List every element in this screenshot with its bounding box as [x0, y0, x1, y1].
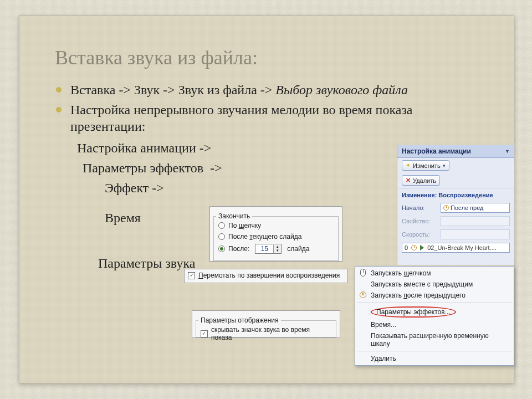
task-pane-dropdown-icon[interactable]: ▼	[505, 149, 510, 154]
radio-after-current-slide[interactable]: После текущего слайда	[214, 231, 338, 242]
task-pane-header: Настройка анимации ▼	[397, 145, 514, 158]
change-effect-button[interactable]: ✦ Изменить ▾	[402, 160, 449, 171]
speed-label: Скорость:	[402, 231, 441, 238]
menu-start-with-previous-label: Запускать вместе с предыдущим	[371, 280, 473, 288]
slides-spinner[interactable]: 15 ▲▼	[255, 244, 282, 254]
menu-timing-label: Время...	[371, 321, 396, 329]
delete-effect-button[interactable]: ✕ Удалить	[402, 175, 440, 186]
menu-start-after-previous[interactable]: Запускать после предыдущего	[355, 290, 514, 301]
menu-start-with-previous[interactable]: Запускать вместе с предыдущим	[355, 279, 514, 290]
radio-on-click[interactable]: По щелчку	[214, 220, 338, 231]
sound-params-legend: Параметры отображения	[198, 316, 281, 324]
rewind-checkbox[interactable]: ✓	[188, 272, 195, 279]
context-menu: Запускать щелчком Запускать вместе с пре…	[355, 266, 514, 366]
clock-icon	[359, 291, 367, 300]
hide-icon-checkbox[interactable]: ✓	[201, 330, 208, 337]
bullet-1-text-b: Выбор звукового файла	[275, 83, 408, 97]
speed-dropdown	[441, 229, 510, 239]
delete-effect-label: Удалить	[413, 177, 436, 184]
radio-icon	[218, 222, 225, 229]
menu-show-advanced-timeline[interactable]: Показывать расширенную временную шкалу	[355, 330, 514, 349]
task-pane-section: Изменение: Воспроизведение	[397, 188, 514, 201]
property-label: Свойство:	[402, 218, 441, 224]
radio-after-n-slides[interactable]: После: 15 ▲▼ слайда	[214, 242, 338, 255]
star-icon: ✦	[406, 162, 411, 169]
property-dropdown	[441, 216, 510, 226]
spinner-down-icon[interactable]: ▼	[274, 249, 281, 253]
rewind-panel: ✓ Перемотать по завершении воспроизведен…	[184, 269, 348, 283]
bullet-list: Вставка -> Звук -> Звук из файла -> Выбо…	[55, 81, 478, 135]
bullet-1-text-a: Вставка -> Звук -> Звук из файла ->	[70, 83, 275, 97]
menu-separator	[357, 303, 511, 303]
delete-icon: ✕	[406, 177, 411, 184]
menu-timing[interactable]: Время...	[355, 319, 514, 330]
mouse-icon	[359, 269, 367, 278]
animation-list-item[interactable]: 0 02_Un-Break My Heart....	[402, 243, 510, 253]
bullet-1: Вставка -> Звук -> Звук из файла -> Выбо…	[55, 81, 478, 98]
menu-show-advanced-timeline-label: Показывать расширенную временную шкалу	[371, 332, 506, 347]
start-value: После пред	[451, 204, 484, 211]
effect-end-legend: Закончить	[216, 212, 252, 220]
sound-params-panel: Параметры отображения ✓ скрывать значок …	[192, 310, 340, 338]
item-index: 0	[405, 244, 408, 251]
slide-title: Вставка звука из файла:	[55, 46, 478, 69]
slides-spinner-suffix: слайда	[287, 245, 309, 253]
start-label: Начало:	[402, 204, 441, 211]
animation-task-pane: Настройка анимации ▼ ✦ Изменить ▾ ✕ Удал…	[397, 145, 514, 265]
item-name: 02_Un-Break My Heart....	[427, 244, 497, 251]
radio-after-label: После:	[228, 245, 249, 253]
hide-icon-label: скрывать значок звука во время показа	[211, 326, 331, 341]
effect-end-panel: Закончить По щелчку После текущего слайд…	[209, 206, 342, 262]
menu-separator	[357, 351, 511, 351]
spinner-up-icon[interactable]: ▲	[274, 245, 281, 249]
clock-icon	[443, 205, 449, 211]
clock-icon	[411, 245, 417, 250]
radio-icon-checked	[218, 245, 225, 252]
change-effect-label: Изменить	[413, 162, 441, 169]
bullet-2: Настройка непрерывного звучания мелодии …	[55, 101, 478, 135]
menu-delete-label: Удалить	[371, 355, 396, 362]
slides-spinner-value: 15	[255, 245, 273, 253]
menu-effect-options[interactable]: Параметры эффектов...	[355, 305, 514, 319]
task-pane-title: Настройка анимации	[402, 147, 471, 155]
menu-delete[interactable]: Удалить	[355, 353, 514, 364]
highlight-oval: Параметры эффектов...	[371, 306, 456, 318]
menu-start-on-click[interactable]: Запускать щелчком	[355, 268, 514, 279]
start-dropdown[interactable]: После пред	[441, 203, 510, 213]
menu-effect-options-label: Параметры эффектов...	[376, 308, 451, 316]
radio-icon	[218, 233, 225, 240]
chevron-down-icon: ▾	[443, 163, 446, 168]
play-icon	[420, 245, 424, 250]
